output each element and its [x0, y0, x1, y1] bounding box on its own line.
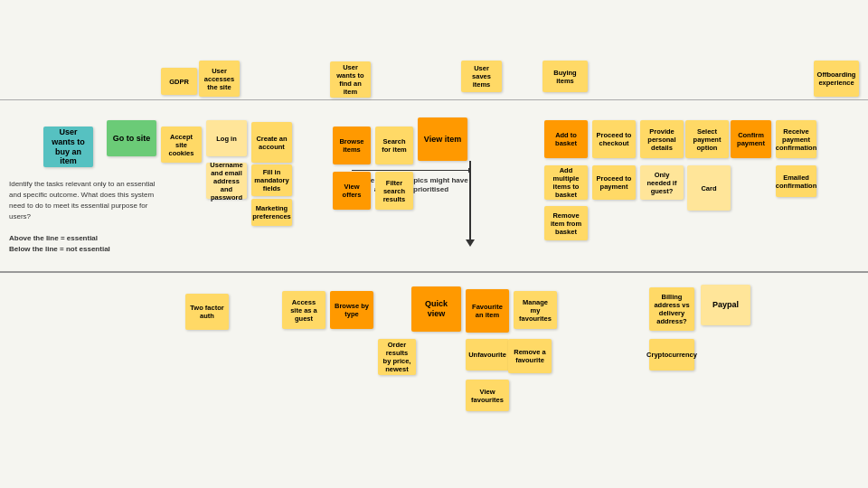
arrow-horizontal [352, 170, 469, 171]
sticky-browse-items[interactable]: Browse items [333, 127, 371, 164]
sticky-filter-search[interactable]: Filter search results [375, 172, 413, 210]
sticky-card[interactable]: Card [687, 165, 731, 211]
sticky-fill-mandatory[interactable]: Fill in mandatory fields [251, 164, 292, 196]
sticky-accept-cookies[interactable]: Accept site cookies [161, 127, 202, 163]
deprioritised-arrow [469, 161, 471, 242]
annotation-text: Identify the tasks relevant only to an e… [9, 179, 158, 255]
essential-line [0, 271, 868, 273]
sticky-proceed-payment[interactable]: Proceed to payment [592, 165, 636, 200]
sticky-log-in[interactable]: Log in [206, 120, 247, 156]
sticky-search-item[interactable]: Search for item [375, 127, 413, 164]
sticky-paypal[interactable]: Paypal [701, 285, 750, 325]
sticky-receive-confirmation[interactable]: Receive payment confirmation [776, 120, 816, 158]
sticky-user-saves[interactable]: User saves items [461, 61, 502, 92]
arrow-head-down [466, 239, 475, 247]
sticky-proceed-checkout[interactable]: Proceed to checkout [592, 120, 636, 158]
sticky-gdpr[interactable]: GDPR [161, 68, 197, 95]
sticky-remove-favourite[interactable]: Remove a favourite [508, 339, 552, 373]
sticky-favourite-item[interactable]: Favourite an item [466, 289, 509, 333]
canvas: Identify the tasks relevant only to an e… [0, 0, 868, 488]
arrow-vertical-top [468, 168, 470, 173]
sticky-only-guest[interactable]: Only needed if guest? [640, 165, 684, 200]
sticky-access-guest[interactable]: Access site as a guest [282, 291, 326, 329]
sticky-offboarding[interactable]: Offboarding experience [814, 61, 859, 97]
sticky-view-offers[interactable]: View offers [333, 172, 371, 210]
sticky-add-basket[interactable]: Add to basket [544, 120, 588, 158]
sticky-buying-items[interactable]: Buying items [542, 61, 588, 92]
sticky-remove-basket[interactable]: Remove item from basket [544, 206, 588, 240]
sticky-browse-type[interactable]: Browse by type [330, 291, 373, 329]
sticky-email-confirmation[interactable]: Emailed confirmation [776, 165, 816, 197]
sticky-user-wants-buy[interactable]: User wants to buy an item [43, 127, 93, 167]
sticky-marketing-pref[interactable]: Marketing preferences [251, 199, 292, 226]
sticky-two-factor[interactable]: Two factor auth [185, 294, 229, 330]
sticky-view-favourites[interactable]: View favourites [466, 380, 509, 411]
sticky-order-results[interactable]: Order results by price, newest [378, 339, 416, 375]
sticky-manage-favourites[interactable]: Manage my favourites [514, 291, 557, 329]
sticky-cryptocurrency[interactable]: Cryptocurrency [649, 339, 694, 371]
sticky-username-email[interactable]: Username and email address and password [206, 163, 247, 199]
top-line [0, 99, 868, 100]
sticky-unfavourite[interactable]: Unfavourite [466, 339, 509, 371]
sticky-user-accesses[interactable]: User accesses the site [199, 61, 240, 97]
sticky-user-wants-find[interactable]: User wants to find an item [330, 61, 371, 98]
sticky-add-multiple[interactable]: Add multiple items to basket [544, 165, 588, 200]
sticky-confirm-payment[interactable]: Confirm payment [731, 120, 771, 158]
sticky-go-to-site[interactable]: Go to site [107, 120, 156, 156]
sticky-quick-view[interactable]: Quick view [411, 286, 461, 332]
sticky-select-payment[interactable]: Select payment option [685, 120, 729, 158]
sticky-view-item[interactable]: View item [418, 117, 467, 161]
sticky-billing-address[interactable]: Billing address vs delivery address? [649, 287, 694, 331]
sticky-provide-personal[interactable]: Provide personal details [640, 120, 684, 158]
sticky-create-account[interactable]: Create an account [251, 122, 292, 163]
